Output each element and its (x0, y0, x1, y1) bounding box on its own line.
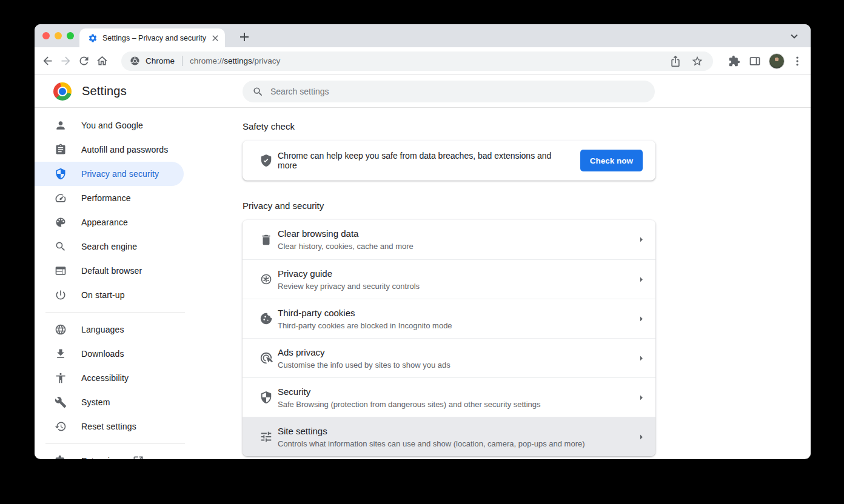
bookmark-star-icon[interactable] (691, 55, 703, 67)
profile-avatar[interactable] (769, 53, 785, 69)
open-in-new-icon (132, 455, 144, 459)
browser-menu-button[interactable] (791, 55, 804, 68)
shield-icon (55, 168, 67, 180)
share-icon[interactable] (669, 55, 682, 67)
arrow-right-icon (635, 313, 647, 325)
browser-window: Settings – Privacy and security Chrome c… (35, 24, 811, 459)
settings-gear-favicon (88, 33, 98, 43)
sidebar-item-you-and-google[interactable]: You and Google (35, 113, 219, 138)
row-third-party-cookies[interactable]: Third-party cookies Third-party cookies … (243, 299, 655, 338)
settings-content: You and Google Autofill and passwords Pr… (35, 108, 811, 459)
extensions-button[interactable] (728, 55, 741, 68)
privacy-settings-card: Clear browsing data Clear history, cooki… (243, 220, 655, 456)
sidebar-item-appearance[interactable]: Appearance (35, 210, 219, 234)
puzzle-icon (55, 455, 67, 459)
settings-sidebar: You and Google Autofill and passwords Pr… (35, 108, 219, 459)
zoom-window-button[interactable] (67, 32, 74, 39)
cookie-icon (260, 312, 273, 325)
sidebar-item-autofill[interactable]: Autofill and passwords (35, 138, 219, 162)
shield-check-icon (260, 154, 273, 167)
sidebar-item-on-start-up[interactable]: On start-up (35, 283, 219, 307)
page-title: Settings (82, 84, 127, 98)
row-ads-privacy[interactable]: Ads privacy Customise the info used by s… (243, 338, 655, 377)
arrow-right-icon (635, 431, 647, 443)
arrow-right-icon (635, 353, 647, 364)
settings-main: Safety check Chrome can help keep you sa… (243, 108, 655, 456)
power-icon (55, 289, 67, 301)
settings-search-box[interactable] (243, 81, 655, 102)
sidebar-item-performance[interactable]: Performance (35, 186, 219, 210)
side-panel-button[interactable] (748, 55, 762, 68)
browser-toolbar: Chrome chrome://settings/privacy (35, 47, 811, 75)
safety-check-card: Chrome can help keep you safe from data … (243, 141, 655, 181)
tune-icon (260, 430, 273, 443)
forward-button[interactable] (57, 53, 74, 70)
tab-title: Settings – Privacy and security (102, 34, 210, 42)
minimize-window-button[interactable] (55, 32, 62, 39)
sidebar-divider (45, 443, 185, 444)
chrome-site-icon (130, 56, 140, 66)
row-site-settings[interactable]: Site settings Controls what information … (243, 417, 655, 456)
sidebar-item-default-browser[interactable]: Default browser (35, 259, 219, 283)
privacy-guide-icon (260, 273, 273, 286)
download-icon (55, 348, 67, 360)
history-icon (55, 420, 67, 433)
safety-check-message: Chrome can help keep you safe from data … (278, 151, 580, 170)
row-privacy-guide[interactable]: Privacy guide Review key privacy and sec… (243, 259, 655, 299)
sidebar-item-downloads[interactable]: Downloads (35, 342, 219, 366)
url-text: chrome://settings/privacy (190, 56, 280, 65)
tab-search-chevron-icon[interactable] (788, 30, 801, 43)
sidebar-item-privacy-and-security[interactable]: Privacy and security (35, 162, 184, 186)
chrome-logo-icon (53, 82, 72, 101)
tab-strip: Settings – Privacy and security (35, 24, 811, 47)
settings-header: Settings (35, 75, 811, 108)
arrow-right-icon (635, 234, 647, 245)
arrow-right-icon (635, 274, 647, 285)
new-tab-button[interactable] (237, 30, 252, 44)
section-heading-privacy: Privacy and security (243, 201, 655, 211)
close-tab-icon[interactable] (210, 33, 220, 43)
settings-search-input[interactable] (270, 87, 645, 96)
trash-icon (260, 233, 273, 247)
search-icon (252, 86, 264, 98)
section-heading-safety-check: Safety check (243, 121, 655, 131)
sidebar-item-system[interactable]: System (35, 390, 219, 414)
sidebar-item-reset-settings[interactable]: Reset settings (35, 414, 219, 439)
wrench-icon (55, 396, 67, 408)
check-now-button[interactable]: Check now (580, 150, 643, 171)
site-label: Chrome (146, 56, 175, 65)
speedometer-icon (55, 192, 67, 204)
home-button[interactable] (93, 53, 110, 70)
url-separator (182, 56, 183, 66)
browser-window-icon (55, 265, 67, 277)
tab-settings[interactable]: Settings – Privacy and security (79, 28, 225, 47)
row-clear-browsing-data[interactable]: Clear browsing data Clear history, cooki… (243, 220, 655, 259)
close-window-button[interactable] (42, 32, 50, 39)
arrow-right-icon (635, 392, 647, 403)
sidebar-item-search-engine[interactable]: Search engine (35, 234, 219, 259)
globe-icon (55, 323, 67, 336)
sidebar-item-languages[interactable]: Languages (35, 317, 219, 342)
address-bar[interactable]: Chrome chrome://settings/privacy (121, 51, 713, 71)
back-button[interactable] (39, 53, 56, 70)
clipboard-icon (55, 144, 67, 156)
ads-click-icon (260, 351, 273, 365)
row-security[interactable]: Security Safe Browsing (protection from … (243, 377, 655, 417)
reload-button[interactable] (75, 53, 92, 70)
palette-icon (55, 216, 67, 228)
sidebar-divider (45, 312, 185, 313)
shield-icon (260, 391, 273, 404)
window-controls (42, 32, 74, 39)
accessibility-icon (55, 372, 67, 384)
search-icon (55, 240, 67, 253)
sidebar-item-extensions[interactable]: Extensions (35, 449, 219, 459)
person-icon (55, 119, 67, 131)
sidebar-item-accessibility[interactable]: Accessibility (35, 366, 219, 390)
